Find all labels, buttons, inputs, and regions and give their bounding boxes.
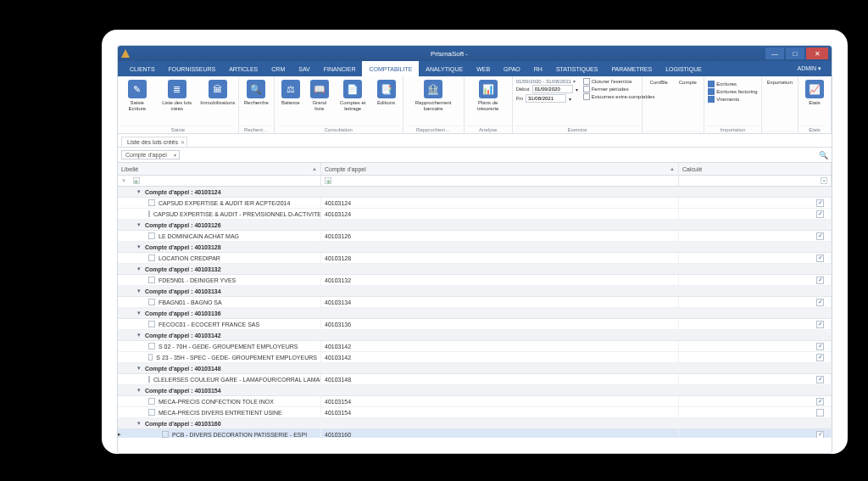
row-checkbox[interactable] xyxy=(148,232,155,239)
group-header[interactable]: ▾Compte d'appel : 40103142 xyxy=(118,330,832,341)
row-checkbox[interactable] xyxy=(162,431,169,438)
cell-calcule-check[interactable] xyxy=(816,409,824,417)
btn-liste-lots[interactable]: ≣Liste des lots créés xyxy=(156,78,197,125)
ribbon-tab-sav[interactable]: SAV xyxy=(292,61,317,76)
group-header[interactable]: ▾Compte d'appel : 40103148 xyxy=(118,363,832,374)
cell-calcule-check[interactable] xyxy=(816,199,824,207)
table-row[interactable]: FBAGN01 - BAGNO SA40103134 xyxy=(118,297,832,308)
group-header[interactable]: ▾Compte d'appel : 40103124 xyxy=(118,187,832,198)
minimize-button[interactable]: — xyxy=(765,48,784,59)
maximize-button[interactable]: □ xyxy=(786,48,804,59)
collapse-icon[interactable]: ▾ xyxy=(135,188,143,195)
ribbon-tab-logistique[interactable]: LOGISTIQUE xyxy=(659,61,709,76)
import-ecritures[interactable]: Ecritures xyxy=(708,81,757,87)
col-calcule[interactable]: Calculé xyxy=(679,163,832,175)
btn-grand-livre[interactable]: 📖Grand livre xyxy=(307,78,332,125)
groupby-dropdown[interactable]: Compte d'appel xyxy=(121,150,180,159)
btn-balance[interactable]: ⚖Balance xyxy=(278,78,303,125)
row-checkbox[interactable] xyxy=(148,199,155,206)
cell-calcule-check[interactable] xyxy=(816,210,824,218)
cell-calcule-check[interactable] xyxy=(816,232,824,240)
cell-calcule-check[interactable] xyxy=(816,354,824,361)
cell-calcule-check[interactable] xyxy=(816,254,824,262)
group-header[interactable]: ▾Compte d'appel : 40103154 xyxy=(118,385,832,396)
table-row[interactable]: MECA-PRECIS DIVERS ENTRETIENT USINE40103… xyxy=(118,407,832,418)
btn-exportation[interactable]: Exportation xyxy=(765,78,794,130)
cell-calcule-check[interactable] xyxy=(816,398,824,405)
table-row[interactable]: CLELERSES COULEUR GARE - LAMAFOUR/CORRAL… xyxy=(118,374,832,385)
row-checkbox[interactable] xyxy=(148,321,155,327)
btn-recherche[interactable]: 🔍Recherche xyxy=(242,78,270,125)
row-checkbox[interactable] xyxy=(148,398,155,405)
collapse-icon[interactable]: ▾ xyxy=(135,420,143,427)
close-button[interactable]: ✕ xyxy=(806,48,828,59)
btn-rapprochement[interactable]: 🏦Rapprochement bancaire xyxy=(407,78,460,125)
ribbon-tab-crm[interactable]: CRM xyxy=(264,61,292,76)
filter-funnel-icon[interactable]: ▼ xyxy=(121,178,126,183)
btn-immobilisations[interactable]: 🏛Immobilisations xyxy=(201,78,235,125)
table-row[interactable]: CAPSUD EXPERTISE & AUDIT IER ACPTE/20144… xyxy=(118,198,832,209)
table-row[interactable]: LOCATION CREDIPAR40103128 xyxy=(118,253,832,264)
ribbon-tab-web[interactable]: WEB xyxy=(470,61,497,76)
collapse-icon[interactable]: ▾ xyxy=(135,243,143,250)
collapse-icon[interactable]: ▾ xyxy=(135,266,143,272)
btn-etats[interactable]: 📈Etats xyxy=(802,78,827,125)
filter-compte[interactable]: ⊕ xyxy=(325,177,331,184)
row-checkbox[interactable] xyxy=(148,210,150,217)
table-row[interactable]: MECA-PRECIS CONFECTION TOLE INOX40103154 xyxy=(118,396,832,407)
row-checkbox[interactable] xyxy=(148,354,153,361)
cell-calcule-check[interactable] xyxy=(816,431,824,439)
col-libelle[interactable]: Libellé▲ xyxy=(118,163,321,175)
ribbon-tab-comptabilite[interactable]: COMPTABILITE xyxy=(362,61,419,76)
date-fin-input[interactable] xyxy=(526,94,566,103)
row-checkbox[interactable] xyxy=(148,254,155,261)
btn-plans-tresorerie[interactable]: 📊Plans de trésorerie xyxy=(468,78,509,125)
group-header[interactable]: ▾Compte d'appel : 40103136 xyxy=(118,308,832,319)
ribbon-tab-gpao[interactable]: GPAO xyxy=(497,61,527,76)
ribbon-tab-clients[interactable]: CLIENTS xyxy=(123,61,162,76)
ribbon-tab-articles[interactable]: ARTICLES xyxy=(222,61,264,76)
collapse-icon[interactable]: ▾ xyxy=(135,365,143,372)
btn-compte[interactable]: Compte xyxy=(675,78,700,130)
doctab-liste-lots[interactable]: Liste des lots créés✕ xyxy=(121,137,187,147)
ribbon-tab-fournisseurs[interactable]: FOURNISSEURS xyxy=(162,61,223,76)
cell-calcule-check[interactable] xyxy=(816,321,824,328)
filter-calcule[interactable]: ▪ xyxy=(821,177,827,184)
search-icon[interactable]: 🔍 xyxy=(818,151,828,159)
btn-comptes-lettrage[interactable]: 📄Comptes et lettrage xyxy=(336,78,370,125)
row-checkbox[interactable] xyxy=(148,299,155,305)
collapse-icon[interactable]: ▾ xyxy=(135,288,143,294)
row-checkbox[interactable] xyxy=(148,376,150,383)
group-header[interactable]: ▾Compte d'appel : 40103126 xyxy=(118,220,832,231)
ribbon-tab-statistiques[interactable]: STATISTIQUES xyxy=(549,61,605,76)
table-row[interactable]: CAPSUD EXPERTISE & AUDIT - PREVISIONNEL … xyxy=(118,209,832,220)
collapse-icon[interactable]: ▾ xyxy=(135,310,143,316)
group-header[interactable]: ▾Compte d'appel : 40103134 xyxy=(118,286,832,297)
table-row[interactable]: LE DOMINICAIN ACHAT MAG40103126 xyxy=(118,231,832,242)
import-virements[interactable]: Virements xyxy=(708,96,757,103)
collapse-icon[interactable]: ▾ xyxy=(135,387,143,394)
btn-saisie-ecriture[interactable]: ✎Saisie Ecriture xyxy=(121,78,153,125)
filter-libelle[interactable]: ⊕ xyxy=(133,177,140,184)
ribbon-tab-analytique[interactable]: ANALYTIQUE xyxy=(419,61,470,76)
ribbon-tab-financier[interactable]: FINANCIER xyxy=(317,61,363,76)
col-compte-appel[interactable]: Compte d'appel▲ xyxy=(321,163,679,175)
table-row[interactable]: FDE5N01 - DEINIGER YVES40103132 xyxy=(118,275,832,286)
ribbon-tab-rh[interactable]: RH xyxy=(527,61,549,76)
cell-calcule-check[interactable] xyxy=(816,376,824,383)
table-row[interactable]: S 23 - 35H - SPEC - GEDE- GROUPEMENT EMP… xyxy=(118,352,832,363)
group-header[interactable]: ▾Compte d'appel : 40103128 xyxy=(118,242,832,253)
import-factoring[interactable]: Ecritures factoring xyxy=(708,88,757,95)
close-icon[interactable]: ✕ xyxy=(181,139,185,145)
cell-calcule-check[interactable] xyxy=(816,277,824,284)
btn-contble[interactable]: ContBle xyxy=(646,78,671,130)
group-header[interactable]: ▾Compte d'appel : 40103160 xyxy=(118,418,832,429)
date-debut-input[interactable] xyxy=(532,85,573,93)
row-checkbox[interactable] xyxy=(148,409,155,416)
table-row[interactable]: PCB - DIVERS DECORATION PATISSERIE - ESP… xyxy=(118,429,832,438)
cell-calcule-check[interactable] xyxy=(816,343,824,350)
btn-editions[interactable]: 📑Editions xyxy=(374,78,399,125)
ribbon-tab-parametres[interactable]: PARAMETRES xyxy=(604,61,659,76)
row-checkbox[interactable] xyxy=(148,343,155,350)
group-header[interactable]: ▾Compte d'appel : 40103132 xyxy=(118,264,832,275)
